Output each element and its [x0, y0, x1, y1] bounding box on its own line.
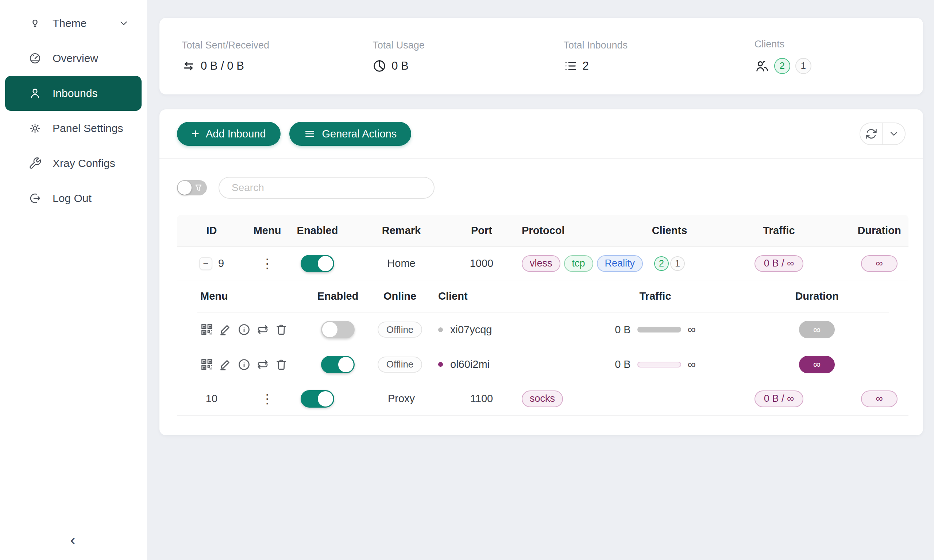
edit-icon[interactable]: [219, 358, 232, 371]
client-traffic-used: 0 B: [615, 324, 631, 336]
stat-label: Total Inbounds: [564, 40, 732, 51]
row-menu-button[interactable]: ⋮: [261, 256, 274, 271]
sidebar-item-inbounds[interactable]: Inbounds: [5, 76, 142, 111]
header-menu: Menu: [246, 225, 288, 237]
clients-enabled-count: 2: [654, 256, 669, 271]
inbound-row: 10 ⋮ Proxy 1100 socks 0 B / ∞ ∞: [177, 382, 908, 415]
subheader-enabled: Enabled: [307, 290, 369, 302]
inbound-id: 9: [218, 257, 224, 269]
edit-icon[interactable]: [219, 323, 232, 336]
sidebar-item-label: Inbounds: [52, 87, 97, 100]
header-traffic: Traffic: [708, 225, 850, 237]
info-icon[interactable]: [237, 358, 251, 371]
table-header-row: ID Menu Enabled Remark Port Protocol Cli…: [177, 215, 908, 247]
search-row: [159, 158, 923, 199]
header-duration: Duration: [850, 225, 908, 237]
online-status-pill: Offline: [378, 357, 422, 372]
sidebar-item-xray-configs[interactable]: Xray Configs: [5, 146, 142, 181]
header-port: Port: [456, 225, 507, 237]
traffic-progress-bar: [637, 327, 681, 332]
inbound-port: 1000: [456, 257, 507, 269]
info-icon[interactable]: [237, 323, 251, 336]
user-icon: [27, 87, 43, 100]
duration-pill: ∞: [861, 255, 897, 272]
client-enabled-toggle[interactable]: [321, 356, 354, 373]
sidebar-item-panel-settings[interactable]: Panel Settings: [5, 111, 142, 146]
traffic-pill: 0 B / ∞: [755, 391, 803, 407]
sidebar-item-theme[interactable]: Theme: [5, 6, 142, 41]
client-duration-pill: ∞: [799, 356, 835, 373]
stat-total-inbounds: Total Inbounds 2: [541, 40, 732, 73]
gear-icon: [27, 122, 43, 135]
inbounds-panel: + Add Inbound General Actions: [159, 109, 923, 435]
stat-value: 0 B: [391, 59, 408, 72]
stat-label: Total Sent/Received: [182, 40, 350, 51]
refresh-button[interactable]: [860, 123, 883, 145]
stat-label: Clients: [755, 38, 923, 50]
client-name: xi07ycqg: [450, 324, 492, 336]
inbound-port: 1100: [456, 393, 507, 405]
reset-traffic-icon[interactable]: [256, 358, 269, 371]
toggle-knob: [178, 181, 191, 195]
protocol-tag: vless: [522, 255, 560, 272]
add-inbound-button[interactable]: + Add Inbound: [177, 122, 281, 146]
chevron-down-icon: [118, 18, 129, 29]
stat-total-sent-received: Total Sent/Received 0 B / 0 B: [159, 40, 350, 73]
inbound-enabled-toggle[interactable]: [301, 390, 334, 408]
row-menu-button[interactable]: ⋮: [261, 391, 274, 406]
table-actions-group: [860, 123, 906, 145]
header-remark: Remark: [347, 225, 456, 237]
client-enabled-toggle[interactable]: [321, 321, 354, 338]
inbound-row: − 9 ⋮ Home 1000 vless tcp Reality 2 1 0 …: [177, 247, 908, 280]
plus-icon: +: [191, 126, 199, 142]
qr-code-icon[interactable]: [200, 358, 213, 371]
sidebar-item-label: Xray Configs: [52, 157, 115, 169]
expanded-clients-section: Menu Enabled Online Client Traffic Durat…: [177, 280, 908, 382]
inbounds-table: ID Menu Enabled Remark Port Protocol Cli…: [177, 215, 908, 415]
subheader-menu: Menu: [197, 290, 307, 302]
list-icon: [564, 59, 578, 73]
subheader-client: Client: [431, 290, 566, 302]
stat-total-usage: Total Usage 0 B: [350, 40, 541, 73]
search-input[interactable]: [219, 177, 435, 199]
delete-icon[interactable]: [275, 358, 288, 371]
gauge-icon: [27, 52, 43, 65]
stat-value: 0 B / 0 B: [201, 59, 244, 72]
client-status-dot: [438, 328, 443, 332]
client-name: ol60i2mi: [450, 358, 490, 371]
traffic-progress-bar: [637, 362, 681, 368]
sidebar-item-overview[interactable]: Overview: [5, 41, 142, 76]
swap-arrows-icon: [182, 59, 196, 73]
delete-icon[interactable]: [275, 323, 288, 336]
sidebar-item-label: Theme: [52, 17, 86, 29]
stats-card: Total Sent/Received 0 B / 0 B Total Usag…: [159, 18, 923, 94]
reset-traffic-icon[interactable]: [256, 323, 269, 336]
traffic-limit: ∞: [688, 358, 696, 371]
sidebar: Theme Overview Inbounds Panel Settings: [0, 0, 146, 560]
header-clients: Clients: [631, 225, 708, 237]
inbound-remark: Home: [347, 257, 456, 269]
lightbulb-icon: [27, 17, 43, 30]
inbound-enabled-toggle[interactable]: [301, 255, 334, 272]
general-actions-button[interactable]: General Actions: [289, 122, 412, 146]
header-id: ID: [177, 225, 246, 237]
client-traffic-used: 0 B: [615, 358, 631, 371]
stat-label: Total Usage: [373, 40, 541, 51]
stat-clients: Clients 2 1: [732, 38, 923, 74]
qr-code-icon[interactable]: [200, 323, 213, 336]
sidebar-collapse-button[interactable]: ‹: [62, 529, 84, 551]
protocol-tag: tcp: [564, 255, 593, 272]
filter-toggle[interactable]: [177, 180, 207, 195]
subheader-duration: Duration: [744, 290, 889, 302]
clients-disabled-badge: 1: [795, 58, 811, 74]
sidebar-item-log-out[interactable]: Log Out: [5, 181, 142, 216]
hamburger-icon: [304, 128, 316, 140]
clients-enabled-badge: 2: [774, 58, 790, 74]
duration-pill: ∞: [861, 391, 897, 407]
users-icon: [755, 59, 769, 73]
client-status-dot: [438, 362, 443, 367]
client-row: Offline ol60i2mi 0 B ∞ ∞: [197, 347, 889, 382]
logout-icon: [27, 192, 43, 205]
collapse-row-button[interactable]: −: [199, 257, 212, 270]
table-options-chevron-button[interactable]: [883, 123, 905, 145]
